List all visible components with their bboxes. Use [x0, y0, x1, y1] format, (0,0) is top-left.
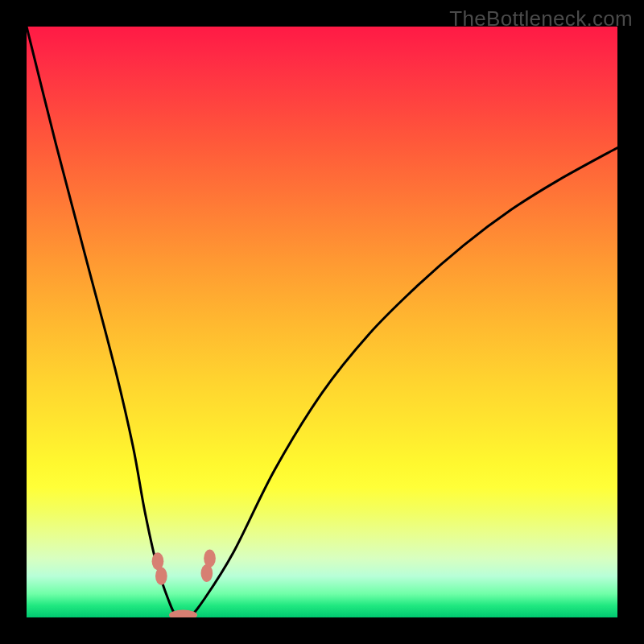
- watermark-text: TheBottleneck.com: [449, 6, 633, 31]
- plot-area: [27, 27, 617, 617]
- curve-layer: [27, 27, 617, 617]
- markers-group: [152, 550, 216, 617]
- right-knee-marker-2: [204, 550, 216, 568]
- chart-container: TheBottleneck.com: [0, 0, 644, 644]
- bottleneck-curve: [27, 27, 617, 617]
- left-knee-marker-2: [155, 568, 167, 585]
